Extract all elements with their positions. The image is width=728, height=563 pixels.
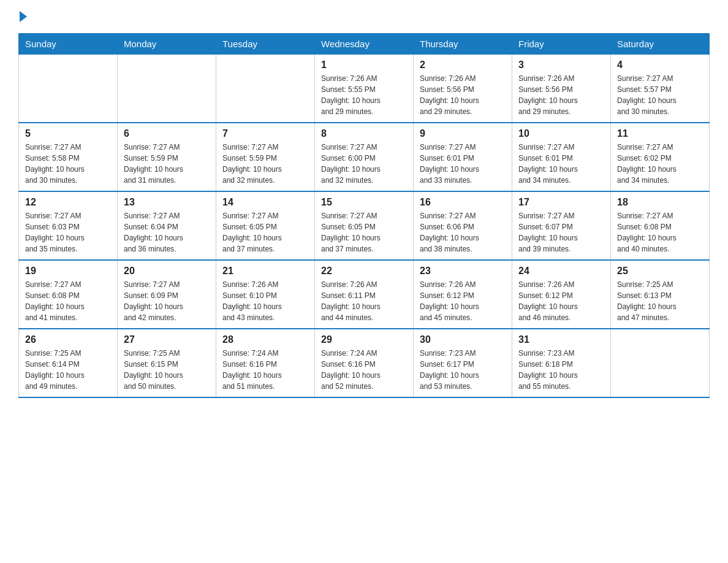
calendar-cell: [611, 329, 710, 397]
header-tuesday: Tuesday: [216, 34, 315, 55]
calendar-cell: 19Sunrise: 7:27 AM Sunset: 6:08 PM Dayli…: [19, 260, 118, 329]
day-info: Sunrise: 7:26 AM Sunset: 6:10 PM Dayligh…: [222, 279, 308, 323]
day-number: 25: [617, 266, 703, 277]
day-number: 4: [617, 59, 703, 71]
header-sunday: Sunday: [19, 34, 118, 55]
calendar-header: SundayMondayTuesdayWednesdayThursdayFrid…: [19, 34, 710, 55]
day-number: 8: [321, 128, 407, 139]
day-number: 27: [124, 334, 210, 345]
day-info: Sunrise: 7:23 AM Sunset: 6:18 PM Dayligh…: [518, 348, 604, 392]
week-row-2: 5Sunrise: 7:27 AM Sunset: 5:58 PM Daylig…: [19, 123, 710, 191]
week-row-5: 26Sunrise: 7:25 AM Sunset: 6:14 PM Dayli…: [19, 329, 710, 397]
calendar-cell: 30Sunrise: 7:23 AM Sunset: 6:17 PM Dayli…: [414, 329, 512, 397]
day-info: Sunrise: 7:26 AM Sunset: 5:55 PM Dayligh…: [321, 73, 407, 117]
day-info: Sunrise: 7:27 AM Sunset: 6:07 PM Dayligh…: [518, 210, 604, 255]
day-info: Sunrise: 7:27 AM Sunset: 6:05 PM Dayligh…: [321, 210, 407, 255]
calendar-cell: 15Sunrise: 7:27 AM Sunset: 6:05 PM Dayli…: [315, 191, 414, 260]
day-info: Sunrise: 7:27 AM Sunset: 6:01 PM Dayligh…: [518, 142, 604, 186]
day-info: Sunrise: 7:23 AM Sunset: 6:17 PM Dayligh…: [420, 348, 506, 392]
day-number: 29: [321, 334, 407, 345]
calendar-cell: 12Sunrise: 7:27 AM Sunset: 6:03 PM Dayli…: [19, 191, 118, 260]
day-number: 3: [518, 59, 604, 71]
day-info: Sunrise: 7:25 AM Sunset: 6:14 PM Dayligh…: [25, 348, 111, 392]
logo: [18, 12, 27, 21]
day-number: 16: [420, 197, 506, 208]
day-number: 20: [124, 266, 210, 277]
day-info: Sunrise: 7:27 AM Sunset: 6:01 PM Dayligh…: [420, 142, 506, 186]
calendar-cell: 6Sunrise: 7:27 AM Sunset: 5:59 PM Daylig…: [118, 123, 216, 191]
calendar-cell: [216, 55, 315, 123]
calendar-cell: 22Sunrise: 7:26 AM Sunset: 6:11 PM Dayli…: [315, 260, 414, 329]
day-number: 10: [518, 128, 604, 139]
calendar-cell: 25Sunrise: 7:25 AM Sunset: 6:13 PM Dayli…: [611, 260, 710, 329]
day-info: Sunrise: 7:27 AM Sunset: 5:59 PM Dayligh…: [124, 142, 210, 186]
day-info: Sunrise: 7:27 AM Sunset: 6:00 PM Dayligh…: [321, 142, 407, 186]
calendar-cell: 28Sunrise: 7:24 AM Sunset: 6:16 PM Dayli…: [216, 329, 315, 397]
day-number: 2: [420, 59, 506, 71]
calendar-cell: 21Sunrise: 7:26 AM Sunset: 6:10 PM Dayli…: [216, 260, 315, 329]
day-number: 1: [321, 59, 407, 71]
calendar-cell: 29Sunrise: 7:24 AM Sunset: 6:16 PM Dayli…: [315, 329, 414, 397]
day-info: Sunrise: 7:27 AM Sunset: 6:04 PM Dayligh…: [124, 210, 210, 255]
day-number: 15: [321, 197, 407, 208]
day-info: Sunrise: 7:27 AM Sunset: 6:09 PM Dayligh…: [124, 279, 210, 323]
day-info: Sunrise: 7:24 AM Sunset: 6:16 PM Dayligh…: [222, 348, 308, 392]
day-number: 31: [518, 334, 604, 345]
day-info: Sunrise: 7:24 AM Sunset: 6:16 PM Dayligh…: [321, 348, 407, 392]
header-saturday: Saturday: [611, 34, 710, 55]
day-info: Sunrise: 7:25 AM Sunset: 6:15 PM Dayligh…: [124, 348, 210, 392]
header-wednesday: Wednesday: [315, 34, 414, 55]
header-friday: Friday: [512, 34, 611, 55]
day-number: 24: [518, 266, 604, 277]
calendar-cell: 10Sunrise: 7:27 AM Sunset: 6:01 PM Dayli…: [512, 123, 611, 191]
calendar-cell: [19, 55, 118, 123]
calendar-cell: 16Sunrise: 7:27 AM Sunset: 6:06 PM Dayli…: [414, 191, 512, 260]
calendar-cell: 17Sunrise: 7:27 AM Sunset: 6:07 PM Dayli…: [512, 191, 611, 260]
day-number: 23: [420, 266, 506, 277]
week-row-3: 12Sunrise: 7:27 AM Sunset: 6:03 PM Dayli…: [19, 191, 710, 260]
header-thursday: Thursday: [414, 34, 512, 55]
calendar-cell: 27Sunrise: 7:25 AM Sunset: 6:15 PM Dayli…: [118, 329, 216, 397]
week-row-4: 19Sunrise: 7:27 AM Sunset: 6:08 PM Dayli…: [19, 260, 710, 329]
header-monday: Monday: [118, 34, 216, 55]
day-number: 21: [222, 266, 308, 277]
calendar-cell: 20Sunrise: 7:27 AM Sunset: 6:09 PM Dayli…: [118, 260, 216, 329]
day-number: 12: [25, 197, 111, 208]
calendar-cell: 2Sunrise: 7:26 AM Sunset: 5:56 PM Daylig…: [414, 55, 512, 123]
calendar-body: 1Sunrise: 7:26 AM Sunset: 5:55 PM Daylig…: [19, 55, 710, 398]
calendar-cell: 7Sunrise: 7:27 AM Sunset: 5:59 PM Daylig…: [216, 123, 315, 191]
day-info: Sunrise: 7:27 AM Sunset: 6:06 PM Dayligh…: [420, 210, 506, 255]
days-of-week-row: SundayMondayTuesdayWednesdayThursdayFrid…: [19, 34, 710, 55]
day-info: Sunrise: 7:27 AM Sunset: 6:05 PM Dayligh…: [222, 210, 308, 255]
day-info: Sunrise: 7:27 AM Sunset: 6:03 PM Dayligh…: [25, 210, 111, 255]
calendar-cell: 1Sunrise: 7:26 AM Sunset: 5:55 PM Daylig…: [315, 55, 414, 123]
day-number: 9: [420, 128, 506, 139]
day-number: 11: [617, 128, 703, 139]
logo-arrow-icon: [20, 11, 27, 22]
page-header: [18, 12, 710, 21]
calendar-cell: 4Sunrise: 7:27 AM Sunset: 5:57 PM Daylig…: [611, 55, 710, 123]
day-info: Sunrise: 7:26 AM Sunset: 6:12 PM Dayligh…: [420, 279, 506, 323]
day-number: 14: [222, 197, 308, 208]
day-number: 13: [124, 197, 210, 208]
day-info: Sunrise: 7:27 AM Sunset: 5:59 PM Dayligh…: [222, 142, 308, 186]
day-number: 22: [321, 266, 407, 277]
calendar-table: SundayMondayTuesdayWednesdayThursdayFrid…: [18, 33, 710, 398]
calendar-cell: 5Sunrise: 7:27 AM Sunset: 5:58 PM Daylig…: [19, 123, 118, 191]
day-info: Sunrise: 7:27 AM Sunset: 6:08 PM Dayligh…: [25, 279, 111, 323]
calendar-cell: [118, 55, 216, 123]
day-info: Sunrise: 7:27 AM Sunset: 6:02 PM Dayligh…: [617, 142, 703, 186]
day-info: Sunrise: 7:26 AM Sunset: 6:11 PM Dayligh…: [321, 279, 407, 323]
day-info: Sunrise: 7:26 AM Sunset: 6:12 PM Dayligh…: [518, 279, 604, 323]
day-info: Sunrise: 7:25 AM Sunset: 6:13 PM Dayligh…: [617, 279, 703, 323]
calendar-cell: 11Sunrise: 7:27 AM Sunset: 6:02 PM Dayli…: [611, 123, 710, 191]
day-info: Sunrise: 7:27 AM Sunset: 6:08 PM Dayligh…: [617, 210, 703, 255]
calendar-cell: 3Sunrise: 7:26 AM Sunset: 5:56 PM Daylig…: [512, 55, 611, 123]
day-number: 6: [124, 128, 210, 139]
day-number: 7: [222, 128, 308, 139]
day-info: Sunrise: 7:26 AM Sunset: 5:56 PM Dayligh…: [518, 73, 604, 117]
calendar-cell: 8Sunrise: 7:27 AM Sunset: 6:00 PM Daylig…: [315, 123, 414, 191]
calendar-cell: 18Sunrise: 7:27 AM Sunset: 6:08 PM Dayli…: [611, 191, 710, 260]
calendar-cell: 23Sunrise: 7:26 AM Sunset: 6:12 PM Dayli…: [414, 260, 512, 329]
day-number: 26: [25, 334, 111, 345]
